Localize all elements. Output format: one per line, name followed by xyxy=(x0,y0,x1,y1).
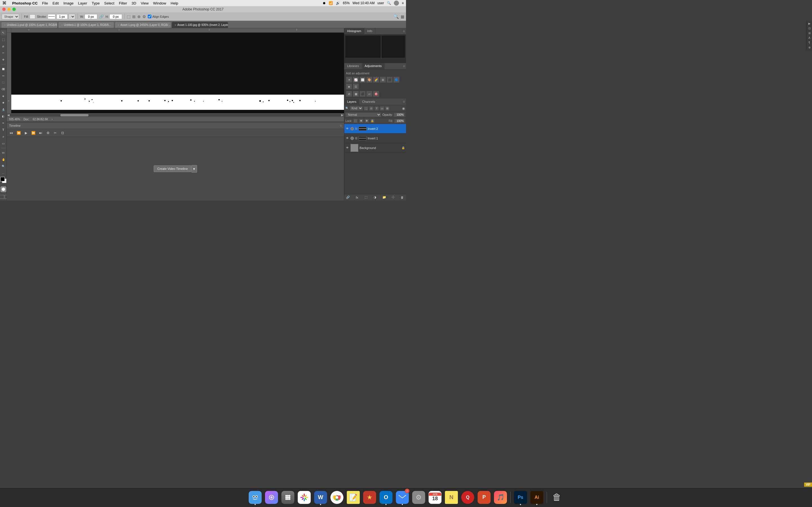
transform-icon[interactable]: ⬚ xyxy=(127,14,131,19)
new-layer-btn[interactable]: ➕ xyxy=(391,195,396,200)
menu-select[interactable]: Select xyxy=(104,1,114,5)
user-avatar[interactable] xyxy=(394,1,399,6)
tool-blur[interactable]: 🔬 xyxy=(1,107,6,112)
layer-style-btn[interactable]: fx xyxy=(354,195,359,200)
menu-type[interactable]: Type xyxy=(92,1,100,5)
tab-0[interactable]: × Untitled-1.psd @ 100% (Layer 1, RGB/8.… xyxy=(1,22,57,28)
tool-hand[interactable]: 🤚 xyxy=(1,157,6,162)
stroke-options-select[interactable]: — xyxy=(68,14,75,19)
libraries-tab[interactable]: Libraries xyxy=(344,63,362,69)
layer-item-invert1[interactable]: 👁 ⛓ Invert 1 xyxy=(344,133,406,143)
path-ops-icon[interactable]: ⊕ xyxy=(137,14,141,19)
timeline-options-btn[interactable]: ≡ xyxy=(340,124,342,128)
apple-logo-icon[interactable]: ⌘ xyxy=(2,1,6,6)
scroll-right-btn[interactable]: ▶ xyxy=(341,114,343,117)
menu-image[interactable]: Image xyxy=(63,1,73,5)
link-layers-btn[interactable]: 🔗 xyxy=(345,195,350,200)
tab-0-close[interactable]: × xyxy=(4,24,6,26)
menu-file[interactable]: File xyxy=(42,1,48,5)
maximize-button[interactable] xyxy=(12,8,16,11)
align-icon[interactable]: ⊞ xyxy=(132,14,136,19)
tab-2-close[interactable]: × xyxy=(118,24,119,26)
tl-export-btn[interactable]: ⊡ xyxy=(60,130,65,136)
tl-back-frame-btn[interactable]: ⏪ xyxy=(16,130,21,136)
filter-pixel-btn[interactable]: ⬚ xyxy=(364,106,368,111)
menu-filter[interactable]: Filter xyxy=(119,1,127,5)
tab-1[interactable]: × Untitled-1 @ 100% (Layer 1, RGB/8... xyxy=(58,22,114,28)
tl-fwd-frame-btn[interactable]: ⏩ xyxy=(31,130,36,136)
filter-smart-btn[interactable]: ⊞ xyxy=(385,106,390,111)
canvas-viewport[interactable] xyxy=(11,33,344,113)
tool-eyedropper[interactable]: ✥ xyxy=(1,57,6,62)
lock-artboard-btn[interactable]: ✥ xyxy=(364,119,369,123)
height-input[interactable] xyxy=(109,14,122,19)
lock-pixels-btn[interactable]: ⬚ xyxy=(353,119,358,123)
tool-eraser[interactable]: ◈ xyxy=(1,93,6,99)
menu-3d[interactable]: 3D xyxy=(132,1,137,5)
tl-cut-btn[interactable]: ✂ xyxy=(52,130,58,136)
view-options-icon[interactable]: ▦ xyxy=(401,14,404,19)
adj-exposure[interactable]: ⬜ xyxy=(359,76,366,83)
stroke-size-input[interactable] xyxy=(56,14,68,19)
adj-colorbalance[interactable]: ⊞ xyxy=(380,76,386,83)
adj-channelmix[interactable]: ◈ xyxy=(346,83,352,90)
adj-invert[interactable]: ⊘ xyxy=(346,91,352,97)
tool-shape[interactable]: ▭ xyxy=(1,140,6,146)
adj-selectivecolor[interactable]: 🎯 xyxy=(373,91,379,97)
info-tab[interactable]: Info xyxy=(364,28,375,34)
tab-3-close[interactable]: × xyxy=(175,24,176,26)
menu-window[interactable]: Window xyxy=(153,1,166,5)
scrollbar-track[interactable] xyxy=(10,114,341,116)
fill-input[interactable] xyxy=(394,119,405,123)
adj-colorlookup[interactable]: ⊡ xyxy=(353,83,359,90)
tool-pen[interactable]: ✒ xyxy=(1,120,6,126)
create-video-btn[interactable]: Create Video Timeline xyxy=(154,165,192,172)
menu-layer[interactable]: Layer xyxy=(78,1,87,5)
adj-gradient[interactable]: ▱ xyxy=(366,91,372,97)
tab-1-close[interactable]: × xyxy=(61,24,63,26)
filter-text-btn[interactable]: T xyxy=(374,106,379,111)
adj-threshold[interactable]: ⬛ xyxy=(359,91,366,97)
create-video-dropdown[interactable]: ▾ xyxy=(192,165,197,173)
add-mask-btn[interactable]: ⬚ xyxy=(363,195,368,200)
layer-item-background[interactable]: 👁 Background 🔒 xyxy=(344,143,406,153)
fill-swatch[interactable] xyxy=(30,14,35,19)
layers-tab-layers[interactable]: Layers xyxy=(344,99,359,105)
tool-history[interactable]: ⌫ xyxy=(1,87,6,92)
lock-move-btn[interactable]: ✚ xyxy=(359,119,363,123)
new-group-btn[interactable]: 📁 xyxy=(382,195,387,200)
delete-layer-btn[interactable]: 🗑 xyxy=(400,195,405,200)
tool-heal[interactable]: 🔲 xyxy=(1,66,6,72)
tl-end-btn[interactable]: ⏭ xyxy=(38,130,43,136)
histogram-options-btn[interactable]: ≡ xyxy=(402,28,406,34)
opacity-input[interactable] xyxy=(394,113,405,117)
tool-path[interactable]: ⌀ xyxy=(1,134,6,139)
filter-kind-select[interactable]: Kind xyxy=(350,106,363,111)
link-dimensions-icon[interactable]: 🔗 xyxy=(99,14,104,19)
foreground-color-swatch[interactable] xyxy=(0,177,5,181)
tl-play-btn[interactable]: ▶ xyxy=(23,130,29,136)
tool-dodge[interactable]: ◧ xyxy=(1,114,6,119)
shape-select[interactable]: Shape xyxy=(2,14,19,19)
adj-bw[interactable]: ⬛ xyxy=(387,76,393,83)
adjustments-tab[interactable]: Adjustments xyxy=(362,63,385,69)
align-edges-label[interactable]: Align Edges xyxy=(148,15,169,18)
tool-brush[interactable]: ✏ xyxy=(1,73,6,78)
minimize-button[interactable] xyxy=(7,8,11,11)
scrollbar-thumb[interactable] xyxy=(60,114,89,116)
adj-options-btn[interactable]: ≡ xyxy=(402,63,406,69)
stroke-swatch[interactable] xyxy=(48,14,56,19)
tab-2[interactable]: × Asset 1.png @ 2450% (Layer 0, RGB/... xyxy=(115,22,171,28)
layers-tab-channels[interactable]: Channels xyxy=(359,99,378,105)
tool-marquee[interactable]: ⬚ xyxy=(1,37,6,42)
layer-eye-invert2[interactable]: 👁 xyxy=(345,127,349,131)
layer-eye-background[interactable]: 👁 xyxy=(345,146,349,150)
lock-all-btn[interactable]: 🔒 xyxy=(370,119,375,123)
filter-toggle-btn[interactable]: ◉ xyxy=(402,107,405,110)
tool-clone[interactable]: ⬚ xyxy=(1,80,6,86)
tl-settings-btn[interactable]: ⚙ xyxy=(45,130,51,136)
adj-brightness[interactable]: ☀ xyxy=(346,76,352,83)
layer-item-invert2[interactable]: 👁 ⛓ Invert 2 xyxy=(344,124,406,133)
tool-text[interactable]: T xyxy=(1,127,6,133)
global-search-icon[interactable]: 🔍 xyxy=(393,14,399,19)
